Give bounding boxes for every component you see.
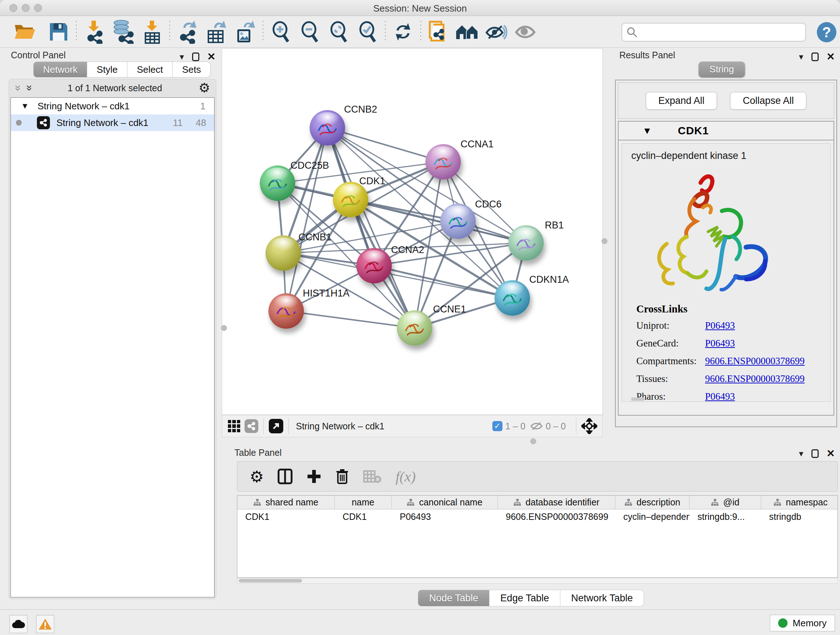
zoom-in-button[interactable]	[266, 19, 295, 45]
table-row[interactable]: CDK1CDK1P064939606.ENSP00000378699cyclin…	[237, 509, 837, 524]
table-cell[interactable]: CDK1	[335, 509, 392, 524]
network-share-icon[interactable]	[245, 419, 258, 433]
crosslink-link[interactable]: P06493	[705, 338, 735, 349]
table-cell[interactable]: stringdb	[761, 509, 838, 524]
network-node-CDK1[interactable]	[333, 182, 368, 217]
left-splitter-handle[interactable]	[221, 325, 227, 331]
network-node-HIST1H1A[interactable]	[268, 293, 304, 329]
save-session-button[interactable]	[44, 19, 73, 45]
selection-mode-crosshair-icon[interactable]	[581, 418, 597, 434]
tree-expander-icon[interactable]: ▼	[21, 101, 29, 111]
column-header-namespac[interactable]: namespac	[761, 496, 838, 509]
network-node-CDC6[interactable]	[440, 203, 476, 239]
birds-eye-view-icon[interactable]	[228, 420, 240, 432]
zoom-in-icon	[271, 21, 291, 43]
network-canvas[interactable]: CCNB2CCNA1CDC25BCDK1CDC6RB1CCNB1CCNA2CDK…	[222, 48, 603, 415]
tab-sets[interactable]: Sets	[172, 62, 210, 78]
control-panel-float-button[interactable]	[192, 52, 199, 61]
help-button[interactable]: ?	[817, 22, 836, 42]
crosslink-link[interactable]: 9606.ENSP00000378699	[705, 373, 805, 385]
search-input[interactable]	[622, 23, 806, 42]
table-horizontal-scrollbar[interactable]	[237, 578, 838, 584]
table-options-gear-icon[interactable]: ⚙	[249, 467, 264, 486]
expand-all-networks-icon[interactable]: «	[22, 85, 34, 91]
tab-node-table[interactable]: Node Table	[418, 590, 489, 606]
open-session-button[interactable]	[10, 19, 39, 45]
column-header-name[interactable]: name	[335, 496, 392, 509]
crosslink-link[interactable]: 9606.ENSP00000378699	[705, 356, 805, 367]
zoom-selected-button[interactable]	[353, 19, 382, 45]
tab-edge-table[interactable]: Edge Table	[489, 590, 561, 606]
zoom-fit-button[interactable]	[324, 19, 353, 45]
results-panel-float-button[interactable]	[812, 52, 819, 61]
control-panel-menu-button[interactable]: ▾	[180, 52, 184, 62]
network-node-RB1[interactable]	[508, 225, 544, 261]
tab-style[interactable]: Style	[87, 62, 127, 78]
cloud-status-button[interactable]	[9, 615, 27, 633]
network-node-CCNA1[interactable]	[425, 144, 461, 180]
import-network-database-button[interactable]	[109, 19, 137, 45]
table-panel-close-button[interactable]: ✕	[827, 448, 835, 459]
table-cell[interactable]: 9606.ENSP00000378699	[498, 509, 615, 524]
crosslink-link[interactable]: P06493	[705, 320, 735, 331]
tab-string[interactable]: String	[699, 62, 745, 78]
control-panel: Control Panel ▾ ✕ Network Style Select S…	[3, 49, 221, 606]
add-column-icon[interactable]	[306, 469, 322, 484]
expand-all-button[interactable]: Expand All	[646, 92, 717, 110]
network-node-CDC25B[interactable]	[260, 165, 295, 201]
control-panel-close-button[interactable]: ✕	[207, 51, 216, 63]
refresh-view-button[interactable]	[388, 19, 417, 45]
show-hide-details-button[interactable]	[482, 19, 511, 45]
delete-table-icon[interactable]	[363, 469, 382, 484]
network-node-CDKN1A[interactable]	[494, 280, 530, 316]
show-columns-icon[interactable]	[278, 469, 293, 485]
column-header-shared-name[interactable]: shared name	[237, 496, 335, 509]
network-node-CCNE1[interactable]	[397, 310, 432, 346]
network-options-gear-icon[interactable]: ⚙	[199, 80, 210, 96]
table-cell[interactable]: CDK1	[237, 509, 335, 524]
network-node-CCNA2[interactable]	[356, 248, 392, 283]
results-panel-close-button[interactable]: ✕	[827, 51, 835, 63]
eye-button[interactable]	[511, 19, 540, 45]
table-panel-menu-button[interactable]: ▾	[799, 448, 803, 459]
network-row[interactable]: String Network – cdk1 11 48	[11, 114, 214, 131]
function-builder-icon[interactable]: f(x)	[395, 468, 416, 485]
crosslink-link[interactable]: P06493	[705, 391, 735, 402]
export-table-button[interactable]	[202, 19, 231, 45]
memory-button[interactable]: Memory	[770, 615, 835, 631]
export-network-button[interactable]	[173, 19, 202, 45]
table-cell[interactable]: cyclin–dependent ...	[615, 509, 690, 524]
table-cell[interactable]: stringdb:9...	[690, 509, 761, 524]
results-scrollbar-stub[interactable]	[631, 397, 644, 401]
column-header-canonical-name[interactable]: canonical name	[392, 496, 498, 509]
results-panel-menu-button[interactable]: ▾	[799, 52, 803, 62]
tab-network[interactable]: Network	[33, 62, 87, 78]
network-collection-row[interactable]: ▼ String Network – cdk1 1	[11, 98, 214, 114]
table-panel-float-button[interactable]	[812, 449, 819, 458]
crosslinks-section: CrossLinks Uniprot:P06493GeneCard:P06493…	[636, 303, 805, 409]
network-node-CCNB2[interactable]	[309, 110, 345, 146]
collapse-all-button[interactable]: Collapse All	[730, 92, 806, 110]
column-header-database-identifier[interactable]: database identifier	[498, 496, 615, 509]
control-panel-tabs: Network Style Select Sets	[33, 62, 210, 78]
network-edge-count: 48	[196, 117, 206, 128]
gene-section-header[interactable]: ▼ CDK1	[619, 122, 834, 141]
export-image-button[interactable]	[231, 19, 260, 45]
import-table-file-button[interactable]	[137, 19, 166, 45]
table-cell[interactable]: P06493	[392, 509, 498, 524]
column-header-description[interactable]: description	[615, 496, 690, 509]
gene-collapse-icon[interactable]: ▼	[643, 125, 652, 136]
delete-column-trash-icon[interactable]	[335, 468, 349, 485]
warnings-button[interactable]	[36, 615, 54, 633]
tab-network-table[interactable]: Network Table	[561, 590, 644, 606]
zoom-out-button[interactable]	[295, 19, 324, 45]
scrollbar-thumb[interactable]	[239, 579, 302, 583]
import-network-file-button[interactable]	[80, 19, 109, 45]
tab-select[interactable]: Select	[127, 62, 172, 78]
open-in-new-window-icon[interactable]	[269, 419, 283, 433]
network-node-CCNB1[interactable]	[265, 235, 301, 271]
network-from-selection-button[interactable]	[424, 19, 453, 45]
first-neighbors-button[interactable]	[453, 19, 482, 45]
selected-items-checkbox[interactable]: ✓	[493, 421, 502, 431]
column-header--id[interactable]: @id	[690, 496, 761, 509]
